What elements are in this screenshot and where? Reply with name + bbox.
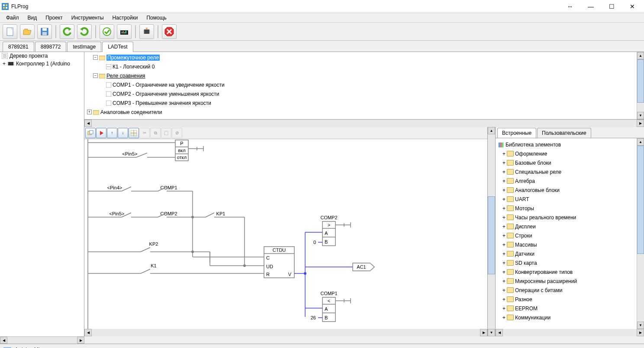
library-item[interactable]: +Оформление [496, 149, 643, 158]
project-tree-controller[interactable]: + Контроллер 1 (Arduino [0, 60, 84, 68]
library-item[interactable]: +Часы реального времени [496, 213, 643, 222]
library-item[interactable]: +Конвертирование типов [496, 267, 643, 276]
menu-project[interactable]: Проект [41, 13, 67, 22]
close-button[interactable]: ✕ [622, 0, 642, 13]
menu-file[interactable]: Файл [2, 13, 23, 22]
left-panel-hscroll[interactable]: ◀ ▶ [0, 336, 84, 344]
scroll-up-icon[interactable]: ▲ [637, 138, 644, 146]
new-button[interactable] [3, 24, 17, 39]
library-item[interactable]: +UART [496, 195, 643, 204]
library-item[interactable]: +Базовые блоки [496, 158, 643, 167]
scroll-up-icon[interactable]: ▲ [637, 52, 644, 59]
scroll-left-icon[interactable]: ◀ [496, 329, 503, 336]
open-button[interactable] [20, 24, 35, 39]
scroll-left-icon[interactable]: ◀ [84, 120, 92, 127]
expand-icon[interactable]: + [502, 242, 506, 248]
collapse-icon[interactable]: − [93, 73, 98, 78]
tab-8898772[interactable]: 8898772 [35, 42, 67, 52]
expand-icon[interactable]: + [502, 187, 506, 193]
expand-icon[interactable]: + [502, 306, 506, 312]
expand-icon[interactable]: + [502, 215, 506, 221]
library-item[interactable]: +Специальные реле [496, 167, 643, 176]
dt-cut-button[interactable]: ✂ [139, 128, 150, 138]
library-root[interactable]: Библиотека элементов [496, 140, 643, 149]
dt-copy-button[interactable]: ⧉ [150, 128, 161, 138]
canvas-hscroll[interactable]: ◀ ▶ [84, 329, 487, 336]
resize-diag-icon[interactable]: ↔ [560, 0, 580, 13]
menu-settings[interactable]: Настройки [108, 13, 142, 22]
scroll-left-icon[interactable]: ◀ [0, 337, 7, 344]
expand-icon[interactable]: + [502, 224, 506, 230]
scroll-thumb[interactable] [637, 146, 644, 254]
scroll-up-icon[interactable]: ▲ [488, 127, 495, 134]
tab-8789281[interactable]: 8789281 [3, 42, 34, 52]
undo-button[interactable] [60, 24, 74, 39]
tab-builtin[interactable]: Встроенные [497, 128, 536, 138]
tree-node-comp1[interactable]: COMP1 - Ограничение на уведичение яркост… [87, 80, 641, 89]
library-item[interactable]: +Микросхемы расширений [496, 276, 643, 286]
tree-node-compare[interactable]: − Реле сравнения [87, 71, 641, 80]
tree-node-relay[interactable]: − Промежуточное реле [87, 53, 641, 62]
dt-paste-button[interactable]: 📋 [161, 128, 171, 138]
scroll-right-icon[interactable]: ▶ [77, 337, 84, 344]
dt-layers-button[interactable] [85, 128, 96, 138]
redo-button[interactable] [77, 24, 92, 39]
library-item[interactable]: +Разное [496, 295, 643, 304]
tree-node-comp3[interactable]: COMP3 - Превышение значения яркости [87, 98, 641, 107]
collapse-icon[interactable]: − [93, 55, 98, 60]
upload-button[interactable] [117, 24, 132, 39]
expand-icon[interactable]: + [502, 160, 506, 166]
expand-icon[interactable]: + [502, 205, 506, 211]
save-button[interactable] [37, 24, 52, 39]
expand-icon[interactable]: + [502, 178, 506, 184]
library-scrollbar[interactable]: ▲ ▼ [637, 138, 644, 329]
library-item[interactable]: +SD карта [496, 258, 643, 267]
expand-icon[interactable]: + [502, 296, 506, 302]
library-item[interactable]: +Датчики [496, 249, 643, 258]
library-item[interactable]: +Моторы [496, 204, 643, 213]
library-item[interactable]: +Алгебра [496, 176, 643, 185]
scroll-thumb[interactable] [488, 196, 495, 274]
tab-user[interactable]: Пользовательские [537, 128, 591, 138]
library-item[interactable]: +Дисплеи [496, 222, 643, 231]
compile-button[interactable] [100, 24, 114, 39]
chip-button[interactable] [139, 24, 154, 39]
library-item[interactable]: +Массивы [496, 240, 643, 249]
library-item[interactable]: +Коммуникации [496, 313, 643, 322]
dt-up-button[interactable]: ↑ [107, 128, 117, 138]
library-item[interactable]: +Аналоговые блоки [496, 185, 643, 195]
library-item[interactable]: +EEPROM [496, 304, 643, 313]
scroll-right-icon[interactable]: ▶ [480, 329, 487, 336]
expand-icon[interactable]: + [502, 169, 506, 175]
menu-view[interactable]: Вид [23, 13, 42, 22]
library-item[interactable]: +Операции с битами [496, 286, 643, 295]
stop-button[interactable] [162, 24, 177, 39]
ladder-canvas[interactable]: P вкл откл <Pin5> [84, 139, 487, 329]
scroll-right-icon[interactable]: ▶ [637, 120, 644, 127]
scroll-left-icon[interactable]: ◀ [84, 329, 92, 336]
library-item[interactable]: +Строки [496, 231, 643, 240]
expand-icon[interactable]: + [502, 287, 506, 293]
scroll-thumb[interactable] [637, 59, 644, 103]
tree-node-k1[interactable]: К1 - Логический 0 [87, 62, 641, 71]
expand-icon[interactable]: + [502, 315, 506, 321]
maximize-button[interactable]: ☐ [602, 0, 621, 13]
menu-help[interactable]: Помощь [142, 13, 171, 22]
tab-testimage[interactable]: testImage [67, 42, 101, 52]
scroll-down-icon[interactable]: ▼ [637, 322, 644, 329]
dt-delete-button[interactable]: ⊘ [172, 128, 182, 138]
expand-icon[interactable]: + [502, 233, 506, 239]
expand-icon[interactable]: + [502, 251, 506, 257]
dt-down-button[interactable]: ↓ [118, 128, 128, 138]
expand-icon[interactable]: + [502, 151, 506, 157]
project-tree-root[interactable]: Дерево проекта [0, 52, 84, 60]
expand-icon[interactable]: + [87, 110, 92, 114]
library-hscroll[interactable]: ◀ ▶ [496, 329, 644, 336]
tree-node-analog[interactable]: + Аналоговые соеденители [87, 107, 641, 117]
scroll-down-icon[interactable]: ▼ [488, 329, 495, 336]
canvas-vscroll[interactable]: ▲ ▼ [488, 127, 495, 336]
expand-icon[interactable]: + [3, 61, 6, 67]
expand-icon[interactable]: + [502, 269, 506, 275]
dt-grid-button[interactable] [129, 128, 139, 138]
menu-tools[interactable]: Инструменты [67, 13, 108, 22]
